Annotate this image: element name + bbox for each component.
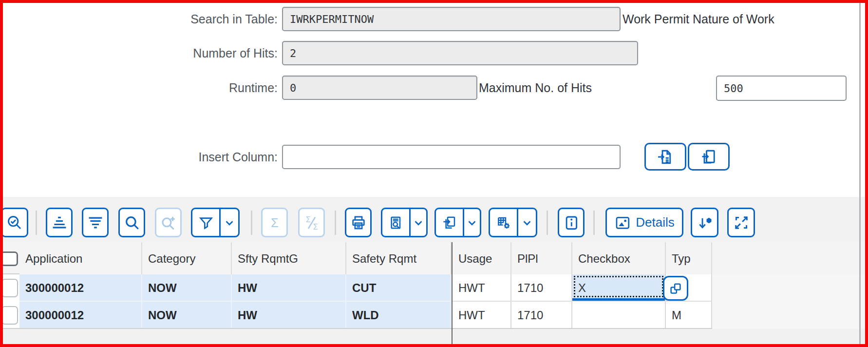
table-header-extension — [712, 242, 865, 274]
print-button[interactable] — [345, 208, 372, 237]
table-cell[interactable] — [572, 302, 666, 329]
table-cell[interactable]: 1710 — [511, 274, 572, 302]
printer-icon — [350, 214, 367, 231]
details-button[interactable]: Details — [605, 208, 683, 237]
cell-focus-underline — [572, 298, 665, 301]
print-preview-menu-chevron[interactable] — [411, 209, 426, 236]
maximum-hits-field[interactable]: 500 — [716, 76, 847, 101]
sap-data-browser-window: Search in Table: IWRKPERMITNOW Work Perm… — [0, 0, 868, 347]
runtime-label: Runtime: — [229, 76, 278, 100]
export-icon — [436, 209, 463, 236]
select-all-checkbox[interactable] — [0, 251, 18, 266]
table-cell[interactable]: NOW — [142, 274, 232, 302]
number-of-hits-label: Number of Hits: — [193, 41, 278, 65]
grid-gear-icon — [490, 209, 517, 236]
find-button[interactable] — [118, 208, 145, 237]
filter-menu-chevron[interactable] — [221, 209, 238, 236]
print-preview-icon — [382, 209, 409, 236]
table-cell[interactable]: HW — [232, 274, 346, 302]
picture-icon — [614, 214, 631, 231]
svg-text:Σ: Σ — [313, 223, 318, 231]
column-header-plpl[interactable]: PlPl — [511, 242, 572, 274]
window-edge-line — [859, 3, 861, 344]
column-header-typ[interactable]: Typ — [666, 242, 712, 274]
insert-column-label: Insert Column: — [198, 145, 278, 169]
column-header-sfty-rqmtg[interactable]: Sfty RqmtG — [232, 242, 346, 274]
table-cell[interactable]: HW — [232, 302, 346, 329]
insert-column-button[interactable] — [688, 143, 730, 171]
number-of-hits-value: 2 — [290, 47, 296, 59]
toolbar-separator — [335, 211, 336, 235]
runtime-field[interactable]: 0 — [282, 76, 477, 100]
subtotals-button[interactable]: Σ Σ — [298, 208, 325, 237]
filter-icon — [192, 209, 219, 236]
export-button[interactable] — [434, 208, 481, 237]
value-help-button[interactable] — [663, 276, 688, 301]
table-cell[interactable]: M — [666, 302, 712, 329]
drilldown-button[interactable] — [691, 208, 718, 237]
table-cell[interactable]: 300000012 — [19, 302, 142, 329]
maximum-hits-value: 500 — [724, 82, 743, 95]
page-arrow-lines-icon — [657, 148, 674, 166]
table-footer-area — [3, 329, 865, 344]
row-selector[interactable] — [1, 306, 18, 325]
expand-button[interactable] — [727, 208, 755, 237]
check-entries-button[interactable] — [1, 208, 28, 237]
maximum-hits-label: Maximum No. of Hits — [479, 76, 592, 100]
search-icon — [124, 214, 140, 231]
table-cell[interactable]: 300000012 — [19, 274, 142, 302]
row-selector[interactable] — [1, 279, 18, 297]
search-in-table-label: Search in Table: — [190, 7, 278, 31]
sort-ascending-button[interactable] — [46, 208, 73, 237]
number-of-hits-field[interactable]: 2 — [282, 41, 638, 65]
column-header-checkbox[interactable]: Checkbox — [572, 242, 666, 274]
search-in-table-value: IWRKPERMITNOW — [290, 13, 374, 25]
search-plus-icon — [160, 214, 177, 231]
table-empty-area — [712, 274, 865, 329]
sigma-icon: Σ — [266, 214, 283, 231]
column-header-application[interactable]: Application — [19, 242, 142, 274]
table-bottom-border — [3, 328, 712, 329]
details-button-label: Details — [636, 215, 674, 230]
sum-button[interactable]: Σ — [261, 208, 288, 237]
cell-focus-outline — [574, 276, 663, 297]
toolbar-separator — [36, 211, 37, 235]
sort-ascending-icon — [51, 214, 68, 231]
print-preview-button[interactable] — [381, 208, 428, 237]
table-settings-menu-chevron[interactable] — [518, 209, 536, 236]
svg-text:Σ: Σ — [271, 215, 279, 229]
insert-column-from-list-button[interactable] — [644, 143, 686, 171]
table-cell[interactable]: 1710 — [511, 302, 572, 329]
svg-text:Σ: Σ — [306, 215, 311, 223]
runtime-value: 0 — [290, 82, 296, 94]
info-button[interactable] — [558, 208, 585, 237]
toolbar-separator — [547, 211, 548, 235]
page-arrow-icon — [700, 148, 717, 166]
table-cell[interactable]: NOW — [142, 302, 232, 329]
table-settings-button[interactable] — [489, 208, 537, 237]
sigma-slash-icon: Σ Σ — [303, 214, 320, 231]
insert-column-field[interactable] — [282, 145, 621, 169]
column-header-safety-rqmt[interactable]: Safety Rqmt — [346, 242, 452, 274]
table-cell[interactable]: CUT — [346, 274, 452, 302]
sort-descending-button[interactable] — [82, 208, 109, 237]
sort-descending-icon — [87, 214, 104, 231]
toolbar-separator — [251, 211, 252, 235]
toolbar-separator — [593, 211, 595, 235]
filter-button[interactable] — [191, 208, 240, 237]
table-cell[interactable]: HWT — [453, 302, 511, 329]
info-icon — [563, 214, 580, 231]
frozen-pane-divider-footer — [452, 329, 453, 344]
column-header-category[interactable]: Category — [142, 242, 232, 274]
table-cell[interactable]: WLD — [346, 302, 452, 329]
magnifier-check-icon — [6, 214, 23, 231]
checkbox-cell-focused[interactable]: X — [572, 274, 666, 302]
search-in-table-field[interactable]: IWRKPERMITNOW — [282, 7, 621, 31]
table-cell[interactable]: HWT — [453, 274, 511, 302]
table-description-text: Work Permit Nature of Work — [623, 7, 774, 31]
copy-squares-icon — [668, 281, 683, 296]
column-header-usage[interactable]: Usage — [453, 242, 511, 274]
find-next-button[interactable] — [155, 208, 182, 237]
arrow-cube-icon — [697, 214, 713, 231]
export-menu-chevron[interactable] — [464, 209, 480, 236]
